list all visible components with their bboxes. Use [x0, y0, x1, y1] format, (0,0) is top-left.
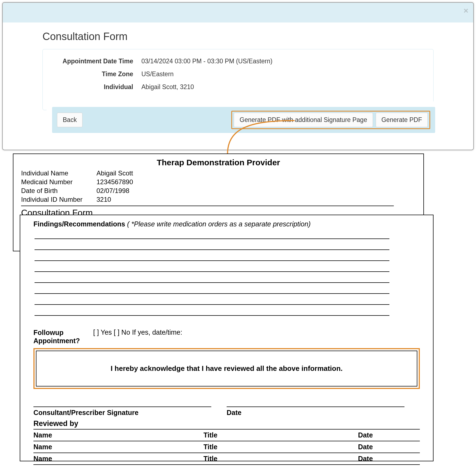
meta-dob-label: Date of Birth	[21, 187, 96, 195]
signature-label: Consultant/Prescriber Signature	[33, 409, 227, 417]
action-bar-container: Back Generate PDF with additional Signat…	[47, 101, 441, 140]
followup-row: Followup Appointment? [ ] Yes [ ] No If …	[33, 328, 420, 345]
findings-heading: Findings/Recommendations ( *Please write…	[33, 220, 420, 228]
rev-name-col: Name	[33, 453, 203, 465]
rev-date-col: Date	[358, 429, 420, 441]
generate-pdf-button[interactable]: Generate PDF	[376, 113, 428, 127]
meta-divider	[21, 206, 394, 206]
individual-label: Individual	[54, 83, 141, 91]
reviewed-title: Reviewed by	[33, 419, 420, 428]
followup-label: Followup Appointment?	[33, 328, 93, 345]
acknowledgment-highlight: I hereby acknowledge that I have reviewe…	[33, 348, 420, 389]
blank-line	[35, 304, 389, 305]
generate-button-group: Generate PDF with additional Signature P…	[231, 111, 430, 129]
table-row: Name Title Date	[33, 429, 420, 441]
blank-line	[35, 282, 389, 283]
date-col: Date	[227, 407, 420, 417]
appointment-value: 03/14/2024 03:00 PM - 03:30 PM (US/Easte…	[141, 58, 422, 65]
rev-name-col: Name	[33, 429, 203, 441]
findings-label: Findings/Recommendations	[33, 220, 125, 228]
meta-idnum-row: Individual ID Number 3210	[21, 195, 416, 204]
appointment-label: Appointment Date Time	[54, 58, 141, 65]
signature-line	[33, 407, 211, 407]
rev-date-col: Date	[358, 453, 420, 465]
signature-col: Consultant/Prescriber Signature	[33, 407, 227, 417]
close-icon[interactable]: ×	[463, 7, 468, 15]
blank-line	[35, 293, 389, 294]
meta-name-row: Individual Name Abigail Scott	[21, 169, 416, 178]
acknowledgment-text: I hereby acknowledge that I have reviewe…	[36, 351, 417, 386]
timezone-row: Time Zone US/Eastern	[43, 68, 433, 81]
back-button[interactable]: Back	[57, 113, 82, 127]
modal-header: ×	[3, 3, 473, 22]
rev-name-col: Name	[33, 441, 203, 453]
blank-line	[35, 238, 389, 239]
timezone-value: US/Eastern	[141, 70, 422, 78]
meta-idnum-label: Individual ID Number	[21, 196, 96, 203]
pdf-meta-block: Individual Name Abigail Scott Medicaid N…	[21, 169, 416, 204]
date-line	[227, 407, 404, 407]
table-row: Name Title Date	[33, 441, 420, 453]
rev-title-col: Title	[203, 441, 358, 453]
table-row: Name Title Date	[33, 453, 420, 465]
blank-line	[35, 315, 389, 316]
individual-value: Abigail Scott, 3210	[141, 83, 422, 91]
meta-medicaid-label: Medicaid Number	[21, 178, 96, 186]
info-panel: Appointment Date Time 03/14/2024 03:00 P…	[42, 49, 434, 110]
meta-dob-row: Date of Birth 02/07/1998	[21, 186, 416, 195]
meta-name-label: Individual Name	[21, 169, 96, 177]
pdf-preview-body: Findings/Recommendations ( *Please write…	[20, 215, 434, 461]
meta-medicaid-value: 1234567890	[96, 178, 133, 186]
meta-medicaid-row: Medicaid Number 1234567890	[21, 178, 416, 186]
signature-row: Consultant/Prescriber Signature Date	[33, 407, 420, 417]
meta-name-value: Abigail Scott	[96, 169, 133, 177]
reviewed-by-table: Name Title Date Name Title Date Name Tit…	[33, 429, 420, 465]
generate-pdf-signature-button[interactable]: Generate PDF with additional Signature P…	[234, 113, 373, 127]
action-bar: Back Generate PDF with additional Signat…	[52, 107, 435, 133]
date-label: Date	[227, 409, 420, 417]
appointment-row: Appointment Date Time 03/14/2024 03:00 P…	[43, 55, 433, 68]
modal-body: Consultation Form Appointment Date Time …	[3, 22, 473, 110]
blank-line	[35, 271, 389, 272]
rev-title-col: Title	[203, 429, 358, 441]
rev-date-col: Date	[358, 441, 420, 453]
provider-name: Therap Demonstration Provider	[21, 158, 416, 167]
findings-note-text: ( *Please write medication orders as a s…	[127, 220, 311, 228]
meta-dob-value: 02/07/1998	[96, 187, 129, 195]
timezone-label: Time Zone	[54, 70, 141, 78]
rev-title-col: Title	[203, 453, 358, 465]
blank-line	[35, 260, 389, 261]
meta-idnum-value: 3210	[96, 196, 111, 203]
individual-row: Individual Abigail Scott, 3210	[43, 81, 433, 93]
blank-line	[35, 249, 389, 250]
followup-options: [ ] Yes [ ] No If yes, date/time:	[93, 328, 182, 336]
page-title: Consultation Form	[42, 31, 434, 42]
